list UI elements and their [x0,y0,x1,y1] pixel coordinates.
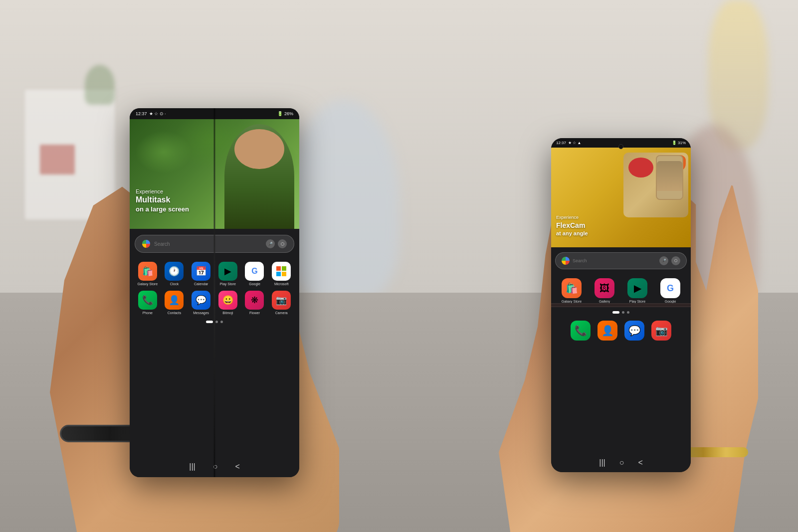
fold-crease [214,108,215,477]
flip-galaxy-store-icon: 🛍️ [562,278,582,298]
fold-app-messages[interactable]: 💬 Messages [189,291,213,315]
svg-rect-0 [276,266,281,271]
phone-label: Phone [143,311,153,315]
flip-hero-banner: Experience FlexCam at any angle [551,148,691,247]
flip-home-button[interactable]: ○ [619,458,624,467]
flip-status-icons: ★ ☆ ▲ [568,141,581,145]
flip-app-grid-row1: 🛍️ Galaxy Store 🖼 Gallery ▶ Play Store G… [551,274,691,307]
fold-lens-icon[interactable]: ⬡ [278,239,287,248]
microsoft-label: Microsoft [274,282,288,286]
calendar-label: Calendar [194,282,208,286]
flip-time: 12:37 [556,141,566,145]
flip-play-store-icon: ▶ [627,278,647,298]
flip-gallery-label: Gallery [599,300,610,303]
svg-rect-2 [276,272,281,276]
flip-mic-icon[interactable]: 🎤 [659,256,668,265]
fold-app-flower[interactable]: ❋ Flower [243,291,267,315]
flip-hero-phone-mini-screen [657,161,682,191]
svg-rect-1 [282,266,286,271]
flip-dot-1 [612,311,619,314]
fold-time: 12:37 [136,111,147,116]
flower-label: Flower [249,311,260,315]
flip-gallery-icon: 🖼 [595,278,614,298]
clock-icon: 🕐 [165,262,184,281]
flip-dock-contacts[interactable]: 👤 [598,321,617,341]
fold-app-galaxy-store[interactable]: 🛍️ Galaxy Store [136,262,160,286]
fold-app-google[interactable]: G Google [243,262,267,286]
flower-icon: ❋ [245,291,264,310]
fold-app-bitmoji[interactable]: 😀 Bitmoji [216,291,240,315]
fold-status-right: 🔋 26% [277,111,293,116]
fold-battery: 🔋 26% [277,111,293,116]
fold-body: 12:37 ★ ☆ ⊙ · 🔋 26% Experience Multitask… [130,108,299,477]
flip-hero-text: Experience FlexCam at any angle [556,215,588,237]
fold-mic-icon[interactable]: 🎤 [266,239,275,248]
fold-dot-2 [215,321,218,323]
google-icon: G [245,262,264,281]
fold-status-left: 12:37 ★ ☆ ⊙ · [136,111,166,116]
flip-app-galaxy-store[interactable]: 🛍️ Galaxy Store [557,278,586,303]
flip-search-bar[interactable]: 🎤 ⬡ [555,252,687,269]
flip-page-dots [551,307,691,318]
flip-dock-phone[interactable]: 📞 [571,321,591,341]
messages-icon: 💬 [192,291,210,310]
left-hand: 12:37 ★ ☆ ⊙ · 🔋 26% Experience Multitask… [50,93,339,532]
galaxy-store-label: Galaxy Store [138,282,158,286]
flip-app-google[interactable]: G Google [656,278,685,303]
flip-lens-icon[interactable]: ⬡ [671,256,680,265]
microsoft-icon [272,262,291,281]
camera-label: Camera [275,311,288,315]
fold-app-calendar[interactable]: 📅 Calendar [189,262,213,286]
flip-search-icons: 🎤 ⬡ [659,256,680,265]
flip-hero-phone-mini [656,155,683,200]
flip-camera-cutout [618,144,623,149]
flip-hero-line3: at any angle [556,230,588,236]
flip-app-play-store[interactable]: ▶ Play Store [623,278,652,303]
fold-app-microsoft[interactable]: Microsoft [269,262,293,286]
svg-rect-3 [282,272,286,276]
fold-hero-line1: Experience [136,188,163,194]
fold-search-input[interactable] [154,241,262,247]
flip-app-gallery[interactable]: 🖼 Gallery [590,278,619,303]
flip-galaxy-store-label: Galaxy Store [562,300,582,303]
calendar-icon: 📅 [192,262,210,281]
flip-search-input[interactable] [573,258,656,263]
fold-dot-3 [220,321,223,323]
fold-hero-person [224,124,294,229]
flip-status-right: 🔋 31% [672,141,686,145]
fold-app-clock[interactable]: 🕐 Clock [163,262,187,286]
fold-dot-1 [206,321,213,323]
flip-dock-messages-icon: 💬 [624,321,644,341]
bitmoji-icon: 😀 [218,291,237,310]
fold-app-play-store[interactable]: ▶ Play Store [216,262,240,286]
flip-dock-camera[interactable]: 📷 [651,321,671,341]
galaxy-store-icon: 🛍️ [138,262,157,281]
flip-google-icon: G [660,278,680,298]
camera-icon: 📷 [272,291,291,310]
fold-status-icons: ★ ☆ ⊙ · [149,111,166,116]
messages-label: Messages [193,311,209,315]
flip-hinge [551,303,691,307]
play-store-icon: ▶ [218,262,237,281]
fold-app-phone[interactable]: 📞 Phone [136,291,160,315]
galaxy-z-flip-phone: 12:37 ★ ☆ ▲ 🔋 31% Experience Flex [551,138,691,477]
flip-hero-line1: Experience [556,215,579,220]
play-store-label: Play Store [220,282,236,286]
flip-recents-button[interactable]: ||| [599,458,605,467]
flip-google-logo-icon [562,257,570,265]
flip-dock-messages[interactable]: 💬 [624,321,644,341]
phone-icon: 📞 [138,291,157,310]
flip-back-button[interactable]: < [638,458,642,467]
flip-hero-line2: FlexCam [556,221,588,230]
flip-dock-camera-icon: 📷 [651,321,671,341]
flip-battery: 🔋 31% [672,141,686,145]
contacts-icon: 👤 [165,291,184,310]
flip-dock-phone-icon: 📞 [571,321,591,341]
fold-back-button[interactable]: < [235,462,239,471]
galaxy-z-fold-phone: 12:37 ★ ☆ ⊙ · 🔋 26% Experience Multitask… [130,108,299,482]
google-logo-icon [142,240,150,248]
fold-search-icons: 🎤 ⬡ [266,239,287,248]
fold-recents-button[interactable]: ||| [189,462,195,471]
fold-app-contacts[interactable]: 👤 Contacts [163,291,187,315]
fold-app-camera[interactable]: 📷 Camera [269,291,293,315]
